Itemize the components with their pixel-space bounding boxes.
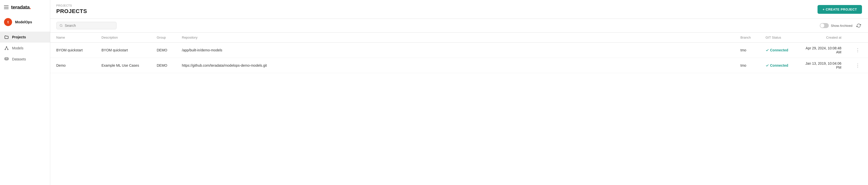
sidebar-item-projects[interactable]: Projects — [0, 32, 50, 43]
sidebar-item-datasets[interactable]: Datasets — [0, 53, 50, 65]
refresh-button[interactable] — [856, 22, 862, 29]
hamburger-icon[interactable] — [4, 5, 8, 9]
git-status-connected: Connected — [766, 64, 791, 67]
cell-name: Demo — [50, 58, 95, 73]
sidebar-header: teradata. — [0, 0, 50, 14]
col-header-branch: Branch — [734, 33, 760, 43]
user-name: ModelOps — [15, 20, 32, 24]
sidebar-item-datasets-label: Datasets — [12, 57, 26, 61]
cell-repository: /app/built-in/demo-models — [176, 43, 734, 58]
git-status-connected: Connected — [766, 48, 791, 52]
main-content: PROJECTS PROJECTS + CREATE PROJECT Show … — [50, 0, 868, 185]
sidebar-user[interactable]: t ModelOps — [0, 14, 50, 30]
svg-line-4 — [6, 47, 8, 49]
page-title: PROJECTS — [56, 8, 817, 14]
logo-text: teradata — [11, 4, 30, 10]
cell-actions: ⋮ — [847, 58, 868, 73]
search-input[interactable] — [65, 24, 113, 28]
table-body: BYOM quickstart BYOM quickstart DEMO /ap… — [50, 43, 868, 73]
cell-repository: https://github.com/teradata/modelops-dem… — [176, 58, 734, 73]
col-header-group: Group — [151, 33, 176, 43]
col-header-gitstatus: GIT Status — [760, 33, 797, 43]
sidebar-item-projects-label: Projects — [12, 35, 26, 39]
svg-line-7 — [62, 26, 62, 27]
logo-area: teradata. — [11, 4, 31, 10]
cell-group: DEMO — [151, 43, 176, 58]
sidebar-item-models[interactable]: Models — [0, 43, 50, 53]
svg-point-6 — [60, 24, 62, 26]
show-archived-label: Show Archived — [831, 24, 852, 28]
check-icon — [766, 64, 769, 67]
table-row: BYOM quickstart BYOM quickstart DEMO /ap… — [50, 43, 868, 58]
svg-line-3 — [5, 47, 6, 49]
search-container — [56, 22, 117, 29]
cell-gitstatus: Connected — [760, 58, 797, 73]
cell-created: Apr 29, 2024, 10:08:48 AM — [797, 43, 847, 58]
refresh-icon — [857, 23, 861, 28]
connected-label: Connected — [770, 64, 788, 67]
svg-point-2 — [7, 49, 8, 50]
toolbar-right: Show Archived — [820, 22, 862, 29]
cell-created: Jan 13, 2019, 10:04:06 PM — [797, 58, 847, 73]
table-row: Demo Example ML Use Cases DEMO https://g… — [50, 58, 868, 73]
top-bar-left: PROJECTS PROJECTS — [56, 4, 817, 14]
toolbar: Show Archived — [50, 19, 868, 33]
top-bar-right: + CREATE PROJECT — [817, 5, 862, 14]
col-header-name: Name — [50, 33, 95, 43]
search-icon — [60, 24, 63, 27]
folder-icon — [4, 35, 9, 40]
create-project-button[interactable]: + CREATE PROJECT — [817, 5, 862, 14]
check-icon — [766, 48, 769, 52]
projects-table: Name Description Group Repository Branch… — [50, 33, 868, 73]
cell-actions: ⋮ — [847, 43, 868, 58]
avatar: t — [4, 18, 12, 26]
row-menu-button[interactable]: ⋮ — [854, 62, 862, 69]
connected-label: Connected — [770, 48, 788, 52]
top-bar: PROJECTS PROJECTS + CREATE PROJECT — [50, 0, 868, 19]
svg-point-0 — [6, 46, 7, 47]
svg-point-1 — [5, 49, 5, 50]
cell-gitstatus: Connected — [760, 43, 797, 58]
sidebar-item-models-label: Models — [12, 46, 23, 50]
cell-description: Example ML Use Cases — [95, 58, 151, 73]
archived-toggle-switch[interactable] — [820, 23, 829, 28]
col-header-created: Created at — [797, 33, 847, 43]
show-archived-toggle[interactable]: Show Archived — [820, 23, 852, 28]
svg-point-5 — [5, 58, 8, 59]
col-header-description: Description — [95, 33, 151, 43]
datasets-icon — [4, 57, 9, 62]
cell-group: DEMO — [151, 58, 176, 73]
col-header-repository: Repository — [176, 33, 734, 43]
col-header-actions — [847, 33, 868, 43]
table-header: Name Description Group Repository Branch… — [50, 33, 868, 43]
cell-branch: tmo — [734, 43, 760, 58]
logo-dot: . — [30, 4, 31, 10]
table-container: Name Description Group Repository Branch… — [50, 33, 868, 185]
sidebar-nav: Projects Models Datasets — [0, 30, 50, 67]
row-menu-button[interactable]: ⋮ — [854, 46, 862, 54]
cell-name: BYOM quickstart — [50, 43, 95, 58]
cell-branch: tmo — [734, 58, 760, 73]
cell-description: BYOM quickstart — [95, 43, 151, 58]
breadcrumb: PROJECTS — [56, 4, 817, 7]
models-icon — [4, 46, 9, 51]
sidebar: teradata. t ModelOps Projects Models — [0, 0, 50, 185]
